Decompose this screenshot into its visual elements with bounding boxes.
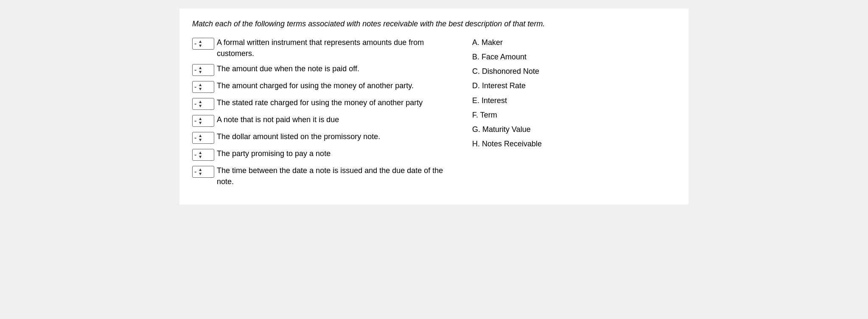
question-text-q5: A note that is not paid when it is due <box>217 114 339 125</box>
select-dash: - <box>194 151 196 159</box>
question-row: -▲▼The stated rate charged for using the… <box>192 97 455 110</box>
answer-item-a6: F. Term <box>472 109 676 120</box>
main-container: Match each of the following terms associ… <box>179 8 689 204</box>
question-row: -▲▼The party promising to pay a note <box>192 148 455 161</box>
question-text-q2: The amount due when the note is paid off… <box>217 63 359 74</box>
select-arrows-icon: ▲▼ <box>198 117 202 125</box>
select-q2[interactable]: -▲▼ <box>192 64 214 76</box>
select-arrows-icon: ▲▼ <box>198 66 202 74</box>
answer-item-a1: A. Maker <box>472 37 676 48</box>
select-arrows-icon: ▲▼ <box>198 168 202 176</box>
select-q6[interactable]: -▲▼ <box>192 132 214 144</box>
select-dash: - <box>194 40 196 48</box>
question-text-q1: A formal written instrument that represe… <box>217 37 455 59</box>
answer-item-a2: B. Face Amount <box>472 51 676 62</box>
question-row: -▲▼The dollar amount listed on the promi… <box>192 131 455 144</box>
question-text-q7: The party promising to pay a note <box>217 148 330 159</box>
answer-item-a4: D. Interest Rate <box>472 80 676 91</box>
select-q8[interactable]: -▲▼ <box>192 166 214 178</box>
instructions-text: Match each of the following terms associ… <box>192 19 676 29</box>
select-dash: - <box>194 83 196 91</box>
question-text-q4: The stated rate charged for using the mo… <box>217 97 423 108</box>
answer-item-a7: G. Maturity Value <box>472 124 676 135</box>
select-dash: - <box>194 66 196 74</box>
select-q3[interactable]: -▲▼ <box>192 81 214 93</box>
question-row: -▲▼The amount charged for using the mone… <box>192 80 455 93</box>
select-dash: - <box>194 100 196 108</box>
select-q1[interactable]: -▲▼ <box>192 38 214 50</box>
question-text-q6: The dollar amount listed on the promisso… <box>217 131 380 142</box>
select-arrows-icon: ▲▼ <box>198 83 202 91</box>
question-row: -▲▼The amount due when the note is paid … <box>192 63 455 76</box>
answers-column: A. MakerB. Face AmountC. Dishonored Note… <box>455 37 676 191</box>
select-arrows-icon: ▲▼ <box>198 39 202 48</box>
content-area: -▲▼A formal written instrument that repr… <box>192 37 676 191</box>
answer-item-a3: C. Dishonored Note <box>472 66 676 77</box>
answer-item-a8: H. Notes Receivable <box>472 138 676 149</box>
select-dash: - <box>194 168 196 176</box>
question-row: -▲▼A note that is not paid when it is du… <box>192 114 455 127</box>
answer-item-a5: E. Interest <box>472 95 676 106</box>
question-text-q3: The amount charged for using the money o… <box>217 80 414 91</box>
question-text-q8: The time between the date a note is issu… <box>217 165 455 187</box>
select-q5[interactable]: -▲▼ <box>192 115 214 127</box>
select-arrows-icon: ▲▼ <box>198 100 202 108</box>
select-q4[interactable]: -▲▼ <box>192 98 214 110</box>
select-arrows-icon: ▲▼ <box>198 134 202 142</box>
select-dash: - <box>194 117 196 125</box>
select-q7[interactable]: -▲▼ <box>192 149 214 161</box>
select-arrows-icon: ▲▼ <box>198 151 202 159</box>
questions-column: -▲▼A formal written instrument that repr… <box>192 37 455 191</box>
select-dash: - <box>194 134 196 142</box>
question-row: -▲▼The time between the date a note is i… <box>192 165 455 187</box>
question-row: -▲▼A formal written instrument that repr… <box>192 37 455 59</box>
